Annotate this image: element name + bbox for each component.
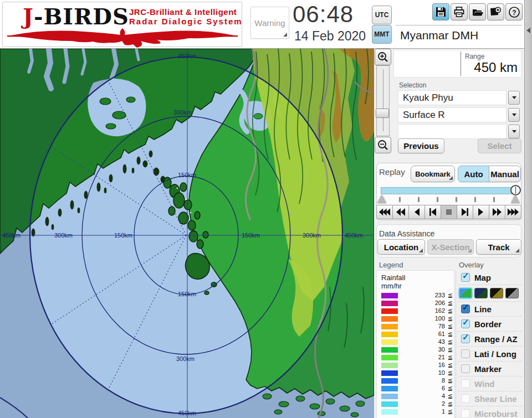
overlay-item-marker[interactable]: Marker (458, 362, 522, 376)
svg-text:150km: 150km (178, 291, 196, 297)
checkbox-checked-icon[interactable]: ✓ (461, 305, 470, 313)
site-dropdown-button[interactable] (508, 91, 520, 105)
mmt-button[interactable]: MMT (372, 25, 392, 44)
previous-button[interactable]: Previous (398, 138, 444, 153)
legend-row: 78≦ (377, 323, 455, 331)
legend-swatch (381, 378, 398, 384)
legend-section-label: Legend (379, 261, 403, 269)
checkbox-checked-icon[interactable]: ✓ (461, 334, 470, 343)
overlay-item-label: Border (474, 319, 502, 329)
legend-row: 206≦ (377, 300, 455, 307)
overlay-item-range-az[interactable]: ✓ Range / AZ (458, 332, 522, 347)
legend-value: 16 (417, 362, 445, 368)
range-label: Range (465, 53, 484, 60)
range-value: 450 km (474, 60, 518, 75)
slider-tick (474, 197, 476, 202)
lte-symbol: ≦ (448, 400, 453, 407)
overlay-item-map[interactable]: ✓ Map (458, 270, 522, 285)
xsection-button[interactable]: X-Section (427, 239, 474, 255)
add-image-icon (489, 6, 502, 18)
zoom-out-button[interactable] (375, 137, 391, 153)
slider-end-marker-icon[interactable] (511, 195, 520, 203)
legend-row: 2≦ (377, 400, 455, 408)
product-dropdown-button[interactable] (508, 108, 520, 122)
zoom-slider-thumb[interactable] (376, 109, 389, 118)
warning-button[interactable]: Warning (250, 7, 289, 39)
print-button[interactable] (451, 3, 468, 20)
checkbox-checked-icon[interactable]: ✓ (461, 273, 470, 282)
forward-button[interactable] (489, 205, 505, 219)
step-back-button[interactable] (409, 205, 425, 219)
location-button[interactable]: Location (377, 239, 425, 255)
overlay-item-border[interactable]: ✓ Border (458, 317, 522, 332)
skip-to-end-button[interactable] (457, 205, 473, 219)
checkbox-disabled-icon (461, 379, 470, 388)
lte-symbol: ≦ (448, 354, 453, 361)
manual-mode-button[interactable]: Manual (489, 166, 521, 182)
help-icon: ? (508, 6, 520, 18)
extra-dropdown-button[interactable] (508, 125, 520, 138)
legend-value: 61 (417, 331, 445, 337)
legend-swatch (381, 401, 398, 407)
map-style-option-2[interactable] (474, 288, 488, 298)
legend-row: 6≦ (377, 385, 455, 393)
overlay-section-label: Overlay (459, 261, 484, 269)
play-button[interactable] (473, 205, 489, 219)
track-button[interactable]: Track (476, 239, 521, 255)
product-dropdown[interactable]: Surface R (398, 107, 507, 122)
skip-to-start-button[interactable] (425, 205, 441, 219)
clock-date: 14 Feb 2020 (294, 29, 366, 44)
legend-swatch (381, 370, 398, 376)
replay-slider-track[interactable] (381, 187, 518, 194)
checkbox-checked-icon[interactable]: ✓ (461, 319, 470, 328)
track-label: Track (488, 242, 509, 252)
overlay-item-lati-long[interactable]: Lati / Long (458, 347, 522, 362)
slider-start-marker-icon[interactable] (377, 195, 386, 203)
stop-button[interactable] (441, 205, 457, 219)
corner-grip-icon (283, 33, 287, 37)
auto-mode-button[interactable]: Auto (458, 166, 489, 182)
zoom-in-button[interactable] (375, 49, 391, 65)
open-file-button[interactable] (469, 3, 486, 20)
svg-text:450km: 450km (178, 410, 196, 416)
checkbox-unchecked-icon[interactable] (461, 364, 470, 373)
site-dropdown[interactable]: Kyauk Phyu (398, 90, 507, 105)
svg-text:150km: 150km (114, 232, 132, 239)
save-button[interactable] (432, 3, 449, 20)
step-back-icon (413, 208, 420, 216)
bookmark-button[interactable]: Bookmark (411, 166, 455, 182)
legend-value: 233 (417, 292, 445, 298)
radar-map[interactable]: 450km 300km 150km 150km 300km 450km 450k… (0, 49, 374, 418)
svg-text:150km: 150km (178, 172, 196, 178)
fast-forward-button[interactable] (505, 205, 521, 219)
add-image-button[interactable] (487, 3, 504, 20)
warning-label: Warning (254, 18, 285, 28)
legend-swatch (381, 308, 398, 314)
legend-swatch (381, 324, 398, 329)
legend-row: 8≦ (377, 377, 455, 385)
rewind-button[interactable] (393, 205, 409, 219)
extra-dropdown[interactable] (398, 124, 507, 139)
zoom-slider-track[interactable] (376, 65, 390, 136)
panel-collapse-strip[interactable] (524, 0, 532, 418)
help-button[interactable]: ? (505, 3, 523, 20)
map-style-option-3[interactable] (490, 288, 503, 298)
checkbox-unchecked-icon[interactable] (461, 349, 470, 358)
map-style-option-1[interactable] (459, 288, 472, 298)
title-separator (396, 25, 522, 25)
map-style-option-4[interactable] (505, 288, 519, 298)
slider-tick (456, 197, 457, 202)
legend-swatch (381, 409, 398, 415)
legend-swatch (381, 394, 398, 399)
utc-button[interactable]: UTC (372, 6, 392, 24)
save-icon (435, 6, 447, 18)
select-button[interactable]: Select (478, 138, 521, 153)
replay-slider-thumb[interactable] (510, 185, 521, 195)
legend-swatch (381, 363, 398, 368)
range-panel: Range 450 km (393, 50, 521, 78)
fast-rewind-button[interactable] (376, 205, 393, 219)
overlay-item-line[interactable]: ✓ Line (458, 302, 522, 317)
lte-symbol: ≦ (448, 369, 453, 376)
brand-rest: -BIRDS (34, 3, 129, 29)
zoom-out-icon (377, 140, 388, 151)
